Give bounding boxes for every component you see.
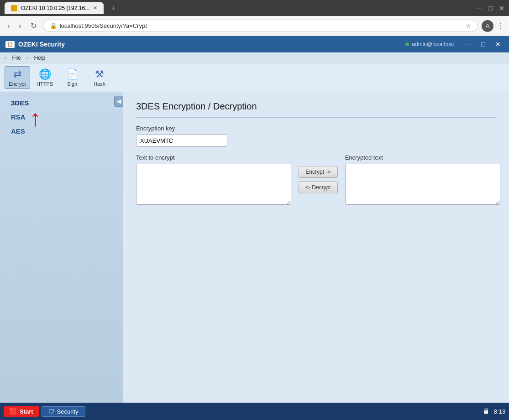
hash-icon: ⚒ [95, 68, 104, 80]
browser-tab[interactable]: OZEKI 10 10.0.25 (192.16... ✕ [5, 2, 104, 14]
app-close-button[interactable]: ✕ [493, 40, 504, 49]
toolbar-hash-label: Hash [94, 81, 105, 87]
page-title: 3DES Encryption / Decryption [136, 101, 496, 118]
new-tab-button[interactable]: + [107, 2, 120, 15]
file-menu-separator: ▪ [5, 54, 7, 61]
app-title: OZEKI Security [18, 41, 65, 48]
sidebar-item-aes[interactable]: AES [2, 124, 121, 138]
app-window: 📋 OZEKI Security admin@localhost — □ ✕ ▪… [0, 36, 509, 403]
encrypt-button[interactable]: Encrypt -> [299, 166, 338, 178]
window-controls: — □ ✕ [476, 5, 504, 12]
encryption-key-label: Encryption key [136, 125, 496, 132]
toolbar-encrypt-label: Encrypt [9, 81, 26, 87]
encrypt-icon: ⇄ [13, 68, 21, 80]
sidebar-item-3des[interactable]: 3DES [2, 96, 121, 109]
tab-favicon-icon [11, 5, 17, 11]
help-menu[interactable]: Help [31, 54, 49, 62]
refresh-button[interactable]: ↻ [28, 20, 39, 32]
sidebar: ◀ ↑ 3DES RSA AES [0, 92, 123, 403]
tab-title: OZEKI 10 10.0.25 (192.16... [21, 5, 89, 11]
taskbar-security-label: Security [57, 408, 79, 415]
browser-close-button[interactable]: ✕ [499, 5, 504, 12]
browser-titlebar: OZEKI 10 10.0.25 (192.16... ✕ + — □ ✕ [0, 0, 509, 16]
clock: 8:13 [494, 408, 505, 415]
profile-icon[interactable]: A [482, 20, 493, 32]
action-buttons-column: Encrypt -> <- Decrypt [291, 154, 345, 193]
address-bar[interactable]: 🔒 localhost:9505/Security/?a=Crypt ☆ [43, 20, 478, 32]
taskbar-security-app[interactable]: 🛡 Security [42, 406, 85, 417]
lock-icon: 🔒 [50, 22, 57, 29]
toolbar-https-button[interactable]: 🌐 HTTPS [32, 66, 58, 89]
file-menu[interactable]: File [9, 54, 25, 62]
back-button[interactable]: ‹ [5, 20, 12, 32]
encryption-key-input[interactable] [136, 135, 227, 147]
encrypted-text-input[interactable] [345, 164, 500, 205]
toolbar-encrypt-button[interactable]: ⇄ Encrypt [5, 66, 30, 89]
profile-initial: A [486, 23, 489, 29]
app-menubar: ▪ File ▪ Help [0, 52, 509, 63]
taskbar-security-icon: 🛡 [48, 408, 54, 415]
main-content: 3DES Encryption / Decryption Encryption … [123, 92, 509, 403]
text-to-encrypt-input[interactable] [136, 164, 291, 205]
app-toolbar: ⇄ Encrypt 🌐 HTTPS 📄 Sign ⚒ Hash [0, 63, 509, 92]
toolbar-sign-button[interactable]: 📄 Sign [59, 66, 85, 89]
url-text: localhost:9505/Security/?a=Crypt [60, 22, 463, 29]
app-titlebar: 📋 OZEKI Security admin@localhost — □ ✕ [0, 36, 509, 52]
toolbar-https-label: HTTPS [37, 81, 53, 87]
app-logo: 📋 [5, 41, 15, 48]
sidebar-collapse-button[interactable]: ◀ [114, 96, 123, 107]
browser-navbar: ‹ › ↻ 🔒 localhost:9505/Security/?a=Crypt… [0, 16, 509, 36]
app-user-info: admin@localhost [405, 41, 454, 47]
toolbar-sign-label: Sign [67, 81, 77, 87]
browser-minimize-button[interactable]: — [476, 5, 483, 12]
start-icon: 🟥 [9, 408, 17, 415]
sign-icon: 📄 [66, 68, 79, 80]
taskbar: 🟥 Start 🛡 Security 🖥 8:13 [0, 403, 509, 420]
text-to-encrypt-group: Text to encrypt [136, 154, 291, 205]
encrypted-text-group: Encrypted text [345, 154, 500, 205]
browser-maximize-button[interactable]: □ [489, 5, 493, 12]
encrypted-text-label: Encrypted text [345, 154, 500, 161]
bookmark-icon[interactable]: ☆ [466, 22, 471, 29]
user-status-dot [405, 42, 409, 46]
text-areas-row: Text to encrypt Encrypt -> <- Decrypt En… [136, 154, 496, 205]
tab-close-button[interactable]: ✕ [93, 5, 97, 11]
https-icon: 🌐 [39, 68, 51, 80]
forward-button[interactable]: › [16, 20, 24, 32]
help-menu-separator: ▪ [26, 54, 29, 61]
app-minimize-button[interactable]: — [462, 40, 474, 49]
system-tray-icon: 🖥 [482, 407, 489, 415]
decrypt-button[interactable]: <- Decrypt [299, 181, 338, 193]
app-maximize-button[interactable]: □ [479, 40, 488, 49]
app-window-controls: — □ ✕ [462, 40, 504, 49]
browser-menu-button[interactable]: ⋮ [497, 21, 504, 30]
taskbar-right: 🖥 8:13 [482, 407, 505, 415]
text-to-encrypt-label: Text to encrypt [136, 154, 291, 161]
app-body: ◀ ↑ 3DES RSA AES 3DES Encryption / Decry… [0, 92, 509, 403]
toolbar-hash-button[interactable]: ⚒ Hash [87, 66, 112, 89]
app-username: admin@localhost [412, 41, 454, 47]
sidebar-item-rsa[interactable]: RSA [2, 110, 121, 124]
start-label: Start [20, 408, 33, 415]
start-button[interactable]: 🟥 Start [4, 406, 39, 417]
